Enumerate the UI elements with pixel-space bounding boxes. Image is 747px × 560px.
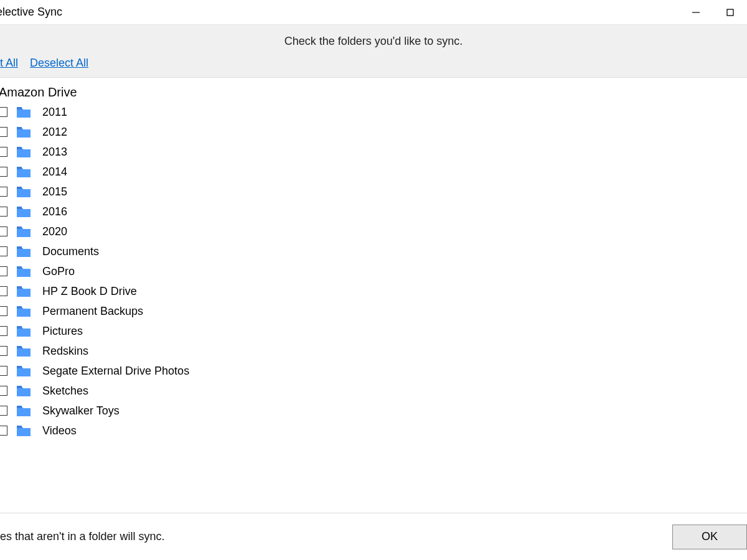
folder-label: Sketches [42, 385, 88, 398]
folder-row[interactable]: Sketches [0, 381, 747, 401]
svg-rect-14 [17, 346, 22, 347]
folder-label: 2016 [42, 205, 67, 218]
folder-checkbox[interactable] [0, 366, 7, 376]
folder-icon [16, 185, 31, 198]
folder-row[interactable]: Redskins [0, 341, 747, 361]
window-controls [679, 0, 747, 25]
folder-icon [16, 126, 31, 138]
folder-icon [16, 385, 31, 397]
folder-icon [16, 146, 31, 158]
folder-checkbox[interactable] [0, 107, 7, 117]
svg-rect-16 [17, 386, 22, 387]
maximize-icon [726, 8, 735, 17]
footer-bar: iles that aren't in a folder will sync. … [0, 513, 747, 560]
folder-checkbox[interactable] [0, 226, 7, 236]
svg-rect-9 [17, 246, 22, 248]
svg-rect-2 [17, 107, 22, 108]
folder-icon [16, 106, 31, 118]
folder-label: Documents [42, 245, 99, 258]
folder-icon [16, 305, 31, 317]
folder-label: Videos [42, 424, 77, 437]
folder-icon [16, 285, 31, 297]
folder-row[interactable]: Permanent Backups [0, 301, 747, 321]
folder-icon [16, 166, 31, 178]
folder-icon [16, 205, 31, 218]
folder-row[interactable]: Documents [0, 241, 747, 261]
folder-label: GoPro [42, 265, 75, 278]
folder-list: 2011 2012 2013 2014 2015 2016 2020 Docum… [0, 102, 747, 441]
folder-label: Permanent Backups [42, 305, 143, 318]
folder-label: 2011 [42, 106, 67, 119]
header-band: Check the folders you'd like to sync. t … [0, 25, 747, 78]
folder-row[interactable]: Pictures [0, 321, 747, 341]
folder-icon [16, 225, 31, 238]
folder-checkbox[interactable] [0, 346, 7, 356]
folder-row[interactable]: 2020 [0, 222, 747, 241]
folder-row[interactable]: 2013 [0, 142, 747, 162]
svg-rect-12 [17, 306, 22, 307]
deselect-all-link[interactable]: Deselect All [30, 57, 88, 69]
folder-label: 2015 [42, 185, 67, 198]
folder-checkbox[interactable] [0, 306, 7, 316]
folder-icon [16, 245, 31, 258]
folder-label: 2013 [42, 146, 67, 159]
folder-icon [16, 265, 31, 278]
svg-rect-17 [17, 406, 22, 407]
window-title: elective Sync [0, 6, 62, 19]
folder-checkbox[interactable] [0, 326, 7, 336]
folder-label: Pictures [42, 325, 83, 338]
folder-tree: Amazon Drive 2011 2012 2013 2014 2015 20… [0, 78, 747, 516]
ok-button-label: OK [702, 530, 718, 543]
folder-checkbox[interactable] [0, 406, 7, 416]
folder-checkbox[interactable] [0, 167, 7, 177]
svg-rect-4 [17, 147, 22, 148]
folder-checkbox[interactable] [0, 286, 7, 296]
svg-rect-5 [17, 167, 22, 168]
folder-icon [16, 424, 31, 437]
folder-checkbox[interactable] [0, 266, 7, 276]
folder-row[interactable]: 2011 [0, 102, 747, 122]
folder-row[interactable]: Segate External Drive Photos [0, 361, 747, 381]
folder-label: Redskins [42, 345, 88, 358]
folder-label: 2012 [42, 126, 67, 139]
svg-rect-11 [17, 286, 22, 287]
maximize-button[interactable] [713, 0, 747, 25]
folder-row[interactable]: 2014 [0, 162, 747, 182]
folder-row[interactable]: GoPro [0, 261, 747, 281]
svg-rect-6 [17, 187, 22, 188]
folder-checkbox[interactable] [0, 207, 7, 217]
folder-row[interactable]: HP Z Book D Drive [0, 281, 747, 301]
folder-checkbox[interactable] [0, 426, 7, 436]
folder-label: Segate External Drive Photos [42, 365, 189, 378]
minimize-icon [692, 8, 700, 17]
folder-icon [16, 325, 31, 337]
folder-row[interactable]: 2016 [0, 202, 747, 222]
folder-checkbox[interactable] [0, 246, 7, 256]
svg-rect-7 [17, 207, 22, 208]
title-bar: elective Sync [0, 0, 747, 25]
folder-checkbox[interactable] [0, 147, 7, 157]
folder-label: 2020 [42, 225, 67, 238]
svg-rect-1 [727, 9, 733, 16]
folder-checkbox[interactable] [0, 386, 7, 396]
select-all-link[interactable]: t All [0, 57, 18, 69]
ok-button[interactable]: OK [672, 525, 747, 549]
selection-links: t All Deselect All [0, 57, 747, 70]
folder-row[interactable]: 2015 [0, 182, 747, 202]
folder-label: Skywalker Toys [42, 404, 120, 418]
folder-row[interactable]: Videos [0, 421, 747, 441]
footer-note: iles that aren't in a folder will sync. [0, 530, 165, 543]
folder-checkbox[interactable] [0, 187, 7, 197]
folder-label: 2014 [42, 166, 67, 179]
svg-rect-3 [17, 127, 22, 128]
folder-label: HP Z Book D Drive [42, 285, 137, 298]
svg-rect-15 [17, 366, 22, 367]
prompt-text: Check the folders you'd like to sync. [0, 35, 747, 48]
folder-row[interactable]: Skywalker Toys [0, 401, 747, 421]
svg-rect-10 [17, 266, 22, 268]
folder-checkbox[interactable] [0, 127, 7, 137]
svg-rect-13 [17, 326, 22, 327]
root-folder-label[interactable]: Amazon Drive [0, 84, 747, 102]
folder-row[interactable]: 2012 [0, 122, 747, 142]
minimize-button[interactable] [679, 0, 713, 25]
